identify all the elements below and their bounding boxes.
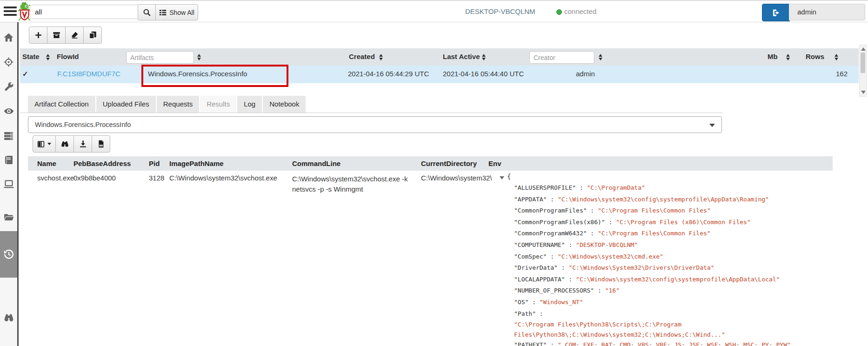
results-toolbar (33, 135, 110, 153)
col-mb: Mb (768, 53, 778, 60)
sort-state[interactable] (46, 54, 50, 60)
search-button[interactable] (138, 4, 156, 20)
last-active-cell: 2021-04-16 05:44:40 UTC (443, 70, 524, 78)
logout-icon (772, 8, 781, 17)
logout-button[interactable] (762, 4, 790, 21)
env-entry: "CommonProgramFiles(x86)" : "C:\Program … (514, 217, 812, 228)
state-check-icon: ✓ (22, 70, 28, 78)
scrollbar-thumb[interactable] (861, 53, 865, 73)
tab-uploaded-files[interactable]: Uploaded Files (96, 96, 156, 113)
env-entry: "OS" : "Windows_NT" (514, 297, 812, 308)
show-all-label: Show All (169, 9, 194, 16)
hamburger-menu-icon[interactable] (4, 7, 17, 17)
json-collapse-icon[interactable] (500, 176, 504, 180)
plus-icon (34, 31, 42, 39)
top-bar: Show All DESKTOP-VBCQLNM connected admin (0, 0, 868, 22)
res-col-pebbaseaddress: PebBaseAddress (73, 160, 131, 167)
artifact-select[interactable]: Windows.Forensics.ProcessInfo (28, 116, 722, 133)
res-col-pid: Pid (149, 160, 160, 167)
binoculars-icon (61, 140, 69, 148)
folder-open-icon (4, 213, 14, 223)
col-rows: Rows (806, 53, 824, 60)
sidebar-item-collected-flows[interactable] (0, 231, 17, 278)
download-icon (79, 140, 87, 148)
sidebar-item-vfs[interactable] (0, 208, 17, 227)
env-entry: "APPDATA" : "C:\Windows\system32\config\… (514, 194, 812, 206)
velociraptor-app: Show All DESKTOP-VBCQLNM connected admin (0, 0, 868, 346)
sidebar-item-server[interactable] (0, 126, 17, 145)
columns-icon (37, 140, 45, 148)
sidebar-item-home[interactable] (0, 28, 17, 47)
sort-mb[interactable] (786, 54, 790, 60)
find-button[interactable] (55, 135, 74, 153)
env-entry: "NUMBER_OF_PROCESSORS" : "16" (514, 285, 812, 297)
rows-cell: 162 (823, 70, 848, 78)
book-icon (4, 155, 13, 165)
env-entry: "COMPUTERNAME" : "DESKTOP-VBCQLNM" (514, 240, 812, 251)
copy-icon (89, 31, 97, 39)
col-state: State (22, 53, 40, 60)
history-icon (4, 249, 14, 260)
sort-artifacts[interactable] (197, 54, 201, 60)
flows-table-scrollbar[interactable] (859, 45, 867, 97)
env-entry: "ALLUSERSPROFILE" : "C:\ProgramData" (514, 182, 812, 194)
sidebar-item-hunt[interactable] (0, 53, 17, 71)
commandline-cell: C:\Windows\system32\svchost.exe -k netsv… (292, 174, 409, 194)
new-collection-button[interactable] (29, 27, 47, 44)
eye-icon (4, 106, 14, 116)
column-picker-button[interactable] (33, 135, 56, 153)
show-all-button[interactable]: Show All (155, 4, 198, 20)
env-entry-path-value: "C:\Program Files\Python38\Scripts\;C:\P… (514, 319, 728, 339)
tab-notebook[interactable]: Notebook (263, 96, 306, 113)
env-entry: "CommonProgramW6432" : "C:\Program Files… (514, 228, 812, 240)
server-stack-icon (4, 131, 13, 141)
sidebar-item-host[interactable] (0, 175, 17, 193)
sort-last-active[interactable] (482, 54, 486, 60)
res-col-env: Env (488, 160, 501, 167)
flow-detail-tabs: Artifact Collection Uploaded Files Reque… (28, 96, 306, 113)
eraser-icon (71, 31, 79, 39)
artifact-select-value: Windows.Forensics.ProcessInfo (35, 121, 131, 128)
flow-id-link[interactable]: F.C1SI8FDMDUF7C (57, 70, 120, 78)
env-entry-path-key: "Path" : (514, 308, 812, 320)
user-menu[interactable]: admin (789, 4, 865, 20)
csv-file-icon (97, 140, 105, 148)
sidebar-item-view[interactable] (0, 102, 17, 120)
created-cell: 2021-04-16 05:44:29 UTC (348, 70, 429, 78)
sort-created[interactable] (379, 54, 383, 60)
username-label: admin (797, 8, 816, 16)
artifacts-filter-input[interactable] (126, 51, 194, 64)
col-created: Created (349, 53, 375, 60)
artifacts-highlight-annotation (141, 65, 288, 87)
sidebar-item-artifacts[interactable] (0, 77, 17, 96)
col-flowid: FlowId (57, 53, 79, 60)
scroll-down-icon[interactable] (861, 91, 866, 94)
sort-creator[interactable] (599, 54, 603, 60)
binoculars-icon (4, 313, 14, 323)
tab-requests[interactable]: Requests (157, 96, 199, 113)
pebbaseaddress-cell: 0x9b8be4000 (73, 174, 116, 182)
res-col-commandline: CommandLine (292, 160, 341, 167)
archive-collection-button[interactable] (47, 27, 66, 44)
tab-log[interactable]: Log (237, 96, 262, 113)
copy-collection-button[interactable] (83, 27, 102, 44)
archive-icon (53, 31, 60, 39)
imagepathname-cell: C:\Windows\system32\svchost.exe (169, 174, 277, 182)
tab-results[interactable]: Results (200, 96, 236, 113)
col-last-active: Last Active (443, 53, 480, 60)
env-entry: "ComSpec" : "C:\Windows\system32\cmd.exe… (514, 251, 812, 263)
download-button[interactable] (73, 135, 92, 153)
scroll-up-icon[interactable] (861, 47, 866, 51)
export-csv-button[interactable] (92, 135, 110, 153)
sidebar-item-search[interactable] (0, 308, 17, 327)
sort-rows[interactable] (835, 54, 839, 60)
creator-cell: admin (576, 70, 595, 78)
list-icon (159, 9, 167, 16)
creator-filter-input[interactable] (529, 51, 594, 64)
search-input[interactable] (30, 5, 145, 19)
search-icon (143, 8, 151, 17)
tab-artifact-collection[interactable]: Artifact Collection (28, 96, 95, 113)
delete-collection-button[interactable] (65, 27, 84, 44)
sidebar-item-docs[interactable] (0, 151, 17, 169)
laptop-icon (4, 179, 14, 189)
